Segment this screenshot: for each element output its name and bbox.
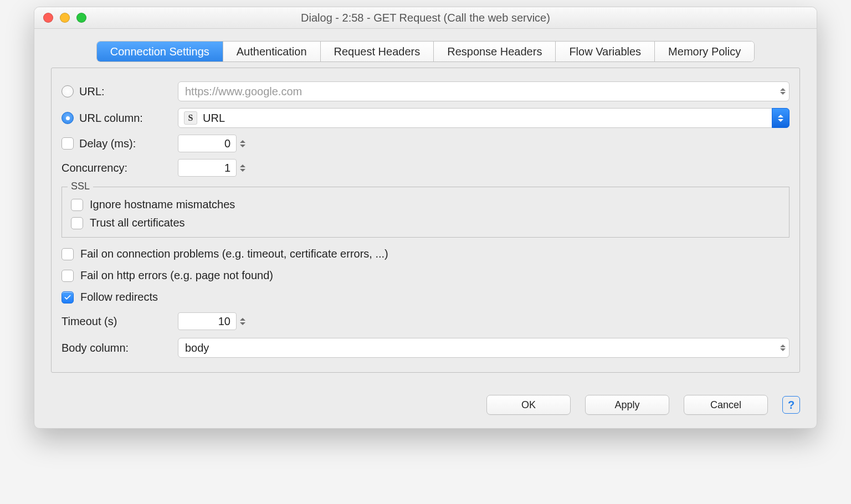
checkbox-ignore-hostname[interactable] xyxy=(71,199,83,211)
label-ignore-hostname: Ignore hostname mismatches xyxy=(90,198,235,211)
close-window-icon[interactable] xyxy=(43,13,53,23)
delay-value[interactable]: 0 xyxy=(178,135,237,152)
checkbox-delay[interactable] xyxy=(61,137,74,150)
row-fail-http: Fail on http errors (e.g. page not found… xyxy=(61,269,790,282)
row-fail-connection: Fail on connection problems (e.g. timeou… xyxy=(61,248,790,260)
concurrency-value[interactable]: 1 xyxy=(178,159,237,177)
row-body-column: Body column: body xyxy=(61,338,790,358)
row-url: URL: https://www.google.com xyxy=(61,81,790,101)
url-column-select-value: URL xyxy=(203,112,225,125)
row-follow-redirects: Follow redirects xyxy=(61,291,790,304)
row-ssl-ignore-hostname: Ignore hostname mismatches xyxy=(71,198,780,211)
label-fail-http: Fail on http errors (e.g. page not found… xyxy=(80,269,273,282)
label-trust-all: Trust all certificates xyxy=(90,217,185,229)
tab-memory-policy[interactable]: Memory Policy xyxy=(655,42,754,61)
dialog-footer: OK Apply Cancel ? xyxy=(34,383,817,428)
row-timeout: Timeout (s) 10 xyxy=(61,312,790,330)
ok-button[interactable]: OK xyxy=(486,395,571,415)
connection-settings-panel: URL: https://www.google.com URL xyxy=(51,68,800,373)
cancel-button[interactable]: Cancel xyxy=(684,395,768,415)
checkbox-fail-connection[interactable] xyxy=(61,248,74,260)
url-input-stepper-icon xyxy=(780,88,786,95)
ssl-fieldset: SSL Ignore hostname mismatches Trust all… xyxy=(61,187,790,238)
url-column-select[interactable]: S URL xyxy=(178,108,790,128)
timeout-value[interactable]: 10 xyxy=(178,312,237,330)
tab-connection-settings[interactable]: Connection Settings xyxy=(97,42,223,61)
minimize-window-icon[interactable] xyxy=(60,13,70,23)
body-column-stepper-icon xyxy=(780,344,786,351)
concurrency-stepper-icon[interactable] xyxy=(240,159,251,177)
tab-authentication[interactable]: Authentication xyxy=(223,42,321,61)
url-input[interactable]: https://www.google.com xyxy=(178,81,790,101)
label-concurrency: Concurrency: xyxy=(61,162,127,174)
window-controls xyxy=(43,13,86,23)
apply-button[interactable]: Apply xyxy=(585,395,669,415)
checkbox-fail-http[interactable] xyxy=(61,270,74,282)
dialog-content: Connection Settings Authentication Reque… xyxy=(34,29,817,383)
ssl-legend: SSL xyxy=(68,181,93,192)
tabs-bar: Connection Settings Authentication Reque… xyxy=(96,41,755,62)
tab-response-headers[interactable]: Response Headers xyxy=(434,42,556,61)
string-type-icon: S xyxy=(184,111,197,125)
label-url-column: URL column: xyxy=(79,112,143,125)
url-input-placeholder: https://www.google.com xyxy=(185,85,302,98)
body-column-value: body xyxy=(185,342,209,354)
label-delay: Delay (ms): xyxy=(79,137,136,150)
label-timeout: Timeout (s) xyxy=(61,315,117,328)
label-follow-redirects: Follow redirects xyxy=(80,291,158,304)
radio-url-column[interactable] xyxy=(61,112,74,124)
delay-spinner[interactable]: 0 xyxy=(178,135,251,152)
dialog-window: Dialog - 2:58 - GET Request (Call the we… xyxy=(34,7,817,429)
window-title: Dialog - 2:58 - GET Request (Call the we… xyxy=(34,12,817,24)
row-url-column: URL column: S URL xyxy=(61,108,790,128)
label-fail-connection: Fail on connection problems (e.g. timeou… xyxy=(80,248,388,260)
select-chevrons-icon xyxy=(772,108,790,128)
label-url: URL: xyxy=(79,85,105,98)
row-delay: Delay (ms): 0 xyxy=(61,135,790,152)
help-button[interactable]: ? xyxy=(782,396,800,414)
row-ssl-trust-all: Trust all certificates xyxy=(71,217,780,229)
timeout-spinner[interactable]: 10 xyxy=(178,312,251,330)
delay-stepper-icon[interactable] xyxy=(240,135,251,152)
radio-url[interactable] xyxy=(61,85,74,97)
zoom-window-icon[interactable] xyxy=(76,13,86,23)
tab-flow-variables[interactable]: Flow Variables xyxy=(556,42,655,61)
label-body-column: Body column: xyxy=(61,342,129,354)
checkbox-follow-redirects[interactable] xyxy=(61,291,74,304)
checkbox-trust-all[interactable] xyxy=(71,217,83,229)
titlebar: Dialog - 2:58 - GET Request (Call the we… xyxy=(34,7,817,29)
row-concurrency: Concurrency: 1 xyxy=(61,159,790,177)
body-column-input[interactable]: body xyxy=(178,338,790,358)
concurrency-spinner[interactable]: 1 xyxy=(178,159,251,177)
timeout-stepper-icon[interactable] xyxy=(240,312,251,330)
tab-request-headers[interactable]: Request Headers xyxy=(321,42,434,61)
